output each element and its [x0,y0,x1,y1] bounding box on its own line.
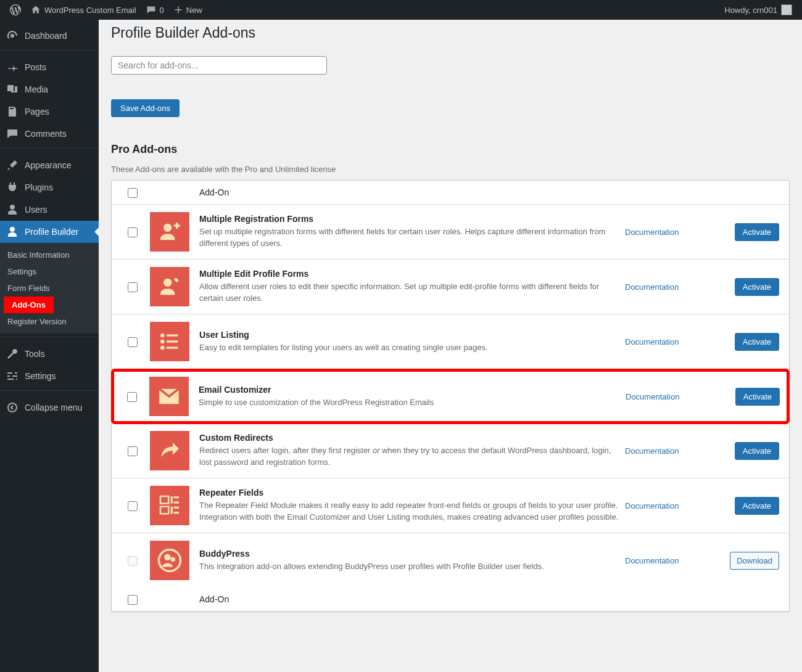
wrench-icon [6,348,19,360]
addon-checkbox[interactable] [127,392,137,402]
svg-point-16 [164,554,171,561]
plus-icon [174,6,183,14]
svg-rect-6 [167,346,178,348]
menu-profile-builder[interactable]: Profile Builder [0,221,99,243]
activate-button[interactable]: Activate [735,278,779,296]
main-content: Profile Builder Add-ons Save Add-ons Pro… [99,0,802,625]
addon-checkbox [128,556,138,566]
addon-description: Redirect users after login, after they f… [199,445,625,469]
addon-description: Simple to use customization of the WordP… [199,397,626,409]
section-desc: These Add-ons are available with the Pro… [111,165,790,174]
addon-checkbox[interactable] [128,282,138,292]
redirect-icon [150,431,189,470]
dashboard-icon [6,30,19,42]
submenu-settings[interactable]: Settings [0,263,99,280]
select-all-checkbox-footer[interactable] [128,595,138,605]
section-title: Pro Add-ons [111,143,790,156]
new-content-link[interactable]: New [169,0,207,20]
menu-pages[interactable]: Pages [0,100,99,123]
download-button[interactable]: Download [730,552,779,570]
activate-button[interactable]: Activate [735,388,780,406]
column-header-addon: Add-On [199,187,625,197]
submenu-add-ons[interactable]: Add-Ons [4,297,54,313]
wp-logo[interactable] [5,0,26,20]
svg-rect-11 [174,496,179,498]
menu-comments[interactable]: Comments [0,123,99,145]
svg-point-3 [160,340,165,344]
user-icon [6,203,19,216]
addon-description: Set up multiple registration forms with … [199,226,625,250]
activate-button[interactable]: Activate [735,223,779,241]
list-icon [150,322,189,361]
documentation-link[interactable]: Documentation [625,227,679,237]
addon-info: Multiple Edit Profile FormsAllow differe… [199,269,625,305]
addon-title: Multiple Registration Forms [199,214,625,224]
activate-button[interactable]: Activate [735,497,779,515]
svg-rect-8 [160,507,168,514]
svg-point-1 [160,334,165,338]
site-home-link[interactable]: WordPress Custom Email [26,0,141,20]
addon-title: Repeater Fields [199,488,625,498]
user-edit-icon [150,267,189,306]
documentation-link[interactable]: Documentation [625,282,679,292]
addon-row: Multiple Edit Profile FormsAllow differe… [112,260,789,314]
search-input[interactable] [111,56,327,75]
addon-row: BuddyPressThis integration add-on allows… [112,533,789,588]
repeater-icon [150,486,189,525]
submenu-register-version[interactable]: Register Version [0,313,99,330]
howdy-text: Howdy, crn001 [724,6,777,15]
media-icon [6,83,19,96]
addon-info: BuddyPressThis integration add-on allows… [199,549,625,573]
collapse-menu[interactable]: Collapse menu [0,396,99,419]
menu-dashboard[interactable]: Dashboard [0,25,99,47]
menu-posts[interactable]: Posts [0,56,99,78]
menu-tools[interactable]: Tools [0,343,99,365]
submenu-form-fields[interactable]: Form Fields [0,280,99,297]
documentation-link[interactable]: Documentation [625,556,679,565]
addon-checkbox[interactable] [128,227,138,237]
submenu-basic-information[interactable]: Basic Information [0,247,99,263]
addon-title: Email Customizer [199,385,626,395]
addon-checkbox[interactable] [128,501,138,511]
menu-users[interactable]: Users [0,199,99,221]
site-title: WordPress Custom Email [44,6,136,15]
save-button[interactable]: Save Add-ons [111,99,180,117]
menu-appearance[interactable]: Appearance [0,154,99,176]
pages-icon [6,105,19,118]
svg-rect-10 [171,507,173,514]
submenu-profile-builder: Basic Information Settings Form Fields A… [0,243,99,334]
comment-icon [146,5,156,15]
collapse-icon [6,401,19,414]
svg-rect-7 [160,496,168,504]
addon-title: Multiple Edit Profile Forms [199,269,625,279]
documentation-link[interactable]: Documentation [625,337,679,346]
activate-button[interactable]: Activate [735,333,779,351]
email-icon [149,377,189,416]
buddy-icon [150,541,189,580]
addon-footer: Add-On [112,588,789,612]
svg-point-15 [159,550,181,572]
addon-checkbox[interactable] [128,446,138,456]
admin-bar: WordPress Custom Email 0 New Howdy, crn0… [0,0,802,20]
comments-link[interactable]: 0 [141,0,169,20]
user-account-link[interactable]: Howdy, crn001 [719,0,797,20]
new-label: New [186,6,202,15]
select-all-checkbox[interactable] [128,188,138,198]
svg-rect-2 [167,334,178,336]
documentation-link[interactable]: Documentation [626,392,679,401]
user-icon [6,226,19,238]
menu-media[interactable]: Media [0,78,99,100]
menu-plugins[interactable]: Plugins [0,176,99,199]
addon-description: This integration add-on allows extending… [199,561,625,573]
menu-settings[interactable]: Settings [0,365,99,387]
addon-table: Add-On Multiple Registration FormsSet up… [111,180,790,612]
pin-icon [6,61,19,73]
activate-button[interactable]: Activate [735,442,779,460]
svg-point-0 [8,403,17,412]
addon-checkbox[interactable] [128,337,138,347]
svg-point-5 [160,346,165,350]
documentation-link[interactable]: Documentation [625,501,679,510]
documentation-link[interactable]: Documentation [625,446,679,456]
svg-rect-12 [174,501,179,503]
brush-icon [6,159,19,171]
